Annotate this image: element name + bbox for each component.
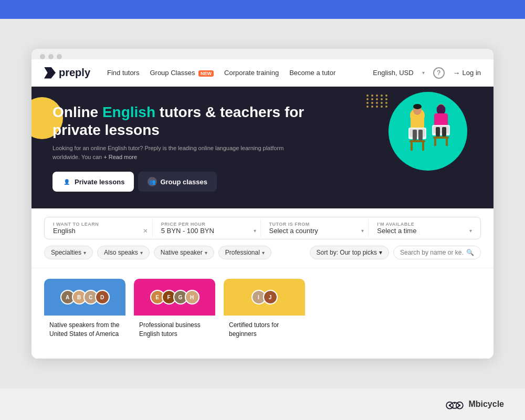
dots-decoration bbox=[366, 94, 388, 108]
nav-group-classes[interactable]: Group Classes NEW bbox=[150, 69, 214, 77]
private-lessons-button[interactable]: 👤 Private lessons bbox=[52, 172, 134, 192]
hero-content: Online English tutors & teachers for pri… bbox=[52, 103, 304, 192]
sort-chevron-icon: ▾ bbox=[379, 249, 382, 256]
card-image-business: E F G H bbox=[134, 279, 215, 316]
price-field: PRICE PER HOUR 5 BYN - 100 BYN ▾ bbox=[157, 219, 261, 237]
nav-find-tutors[interactable]: Find tutors bbox=[107, 69, 139, 77]
also-speaks-filter[interactable]: Also speaks ▾ bbox=[97, 246, 150, 259]
browser-chrome bbox=[32, 49, 494, 59]
native-speaker-filter[interactable]: Native speaker ▾ bbox=[154, 246, 214, 259]
svg-point-23 bbox=[459, 404, 461, 406]
logo-icon bbox=[44, 67, 56, 79]
login-label: Log in bbox=[463, 69, 481, 77]
hero-section: Online English tutors & teachers for pri… bbox=[32, 87, 494, 208]
svg-rect-16 bbox=[442, 127, 446, 136]
browser-dot-green bbox=[57, 54, 62, 59]
search-icon: 🔍 bbox=[466, 249, 474, 256]
tutor-card-business[interactable]: E F G H Professional business English tu… bbox=[134, 279, 215, 344]
lang-chevron: ▾ bbox=[422, 70, 425, 76]
login-button[interactable]: → Log in bbox=[453, 69, 481, 77]
specialties-chevron-icon: ▾ bbox=[83, 250, 86, 256]
svg-rect-17 bbox=[433, 136, 449, 139]
professional-filter[interactable]: Professional ▾ bbox=[218, 246, 271, 259]
price-field-value[interactable]: 5 BYN - 100 BYN ▾ bbox=[161, 227, 256, 235]
card-image-native: A B C D bbox=[44, 279, 125, 316]
avatar-group-business: E F G H bbox=[150, 290, 200, 304]
card-title-business: Professional business English tutors bbox=[139, 321, 210, 339]
hero-illustration bbox=[388, 92, 472, 176]
clear-learn-button[interactable]: ✕ bbox=[143, 227, 148, 235]
svg-rect-15 bbox=[436, 127, 440, 136]
hero-subtitle: Looking for an online English tutor? Pre… bbox=[52, 144, 304, 161]
svg-rect-18 bbox=[434, 139, 436, 146]
nav-right: English, USD ▾ ? → Log in bbox=[373, 67, 481, 79]
top-bar bbox=[0, 0, 525, 19]
nav-corporate[interactable]: Corporate training bbox=[224, 69, 279, 77]
also-speaks-chevron-icon: ▾ bbox=[140, 250, 143, 256]
tutor-from-text: Select a country bbox=[269, 227, 318, 235]
private-lessons-icon: 👤 bbox=[62, 177, 71, 186]
help-button[interactable]: ? bbox=[433, 67, 445, 79]
svg-rect-5 bbox=[410, 129, 425, 137]
browser-window: preply Find tutors Group Classes NEW Cor… bbox=[32, 49, 494, 359]
available-text: Select a time bbox=[377, 227, 416, 235]
nav-links: Find tutors Group Classes NEW Corporate … bbox=[107, 69, 373, 77]
price-field-label: PRICE PER HOUR bbox=[161, 222, 256, 227]
browser-dot-yellow bbox=[48, 54, 54, 59]
filter-row: Specialties ▾ Also speaks ▾ Native speak… bbox=[44, 246, 481, 259]
group-classes-button[interactable]: 👥 Group classes bbox=[138, 172, 217, 192]
professional-label: Professional bbox=[225, 249, 260, 256]
svg-point-24 bbox=[454, 402, 456, 404]
also-speaks-label: Also speaks bbox=[104, 249, 138, 256]
avatar-4: D bbox=[95, 290, 110, 304]
svg-rect-19 bbox=[446, 139, 448, 146]
card-title-native: Native speakers from the United States o… bbox=[49, 321, 120, 339]
tutor-from-label: TUTOR IS FROM bbox=[269, 222, 364, 227]
logo[interactable]: preply bbox=[44, 67, 90, 79]
learn-field: I WANT TO LEARN English ✕ bbox=[49, 219, 153, 237]
hero-subtitle-text: Looking for an online English tutor? Pre… bbox=[52, 145, 284, 160]
bottom-bar: Mbicycle bbox=[0, 388, 525, 420]
card-body-certified: Certified tutors for beginners bbox=[224, 316, 305, 344]
search-name-input[interactable] bbox=[400, 249, 463, 256]
svg-rect-3 bbox=[411, 115, 424, 130]
card-body-business: Professional business English tutors bbox=[134, 316, 215, 344]
logo-text: preply bbox=[59, 67, 90, 79]
avatar-group-certified: I J bbox=[251, 290, 278, 304]
mbicycle-logo: Mbicycle bbox=[445, 398, 504, 411]
language-selector[interactable]: English, USD bbox=[373, 69, 413, 77]
tutor-from-chevron-icon: ▾ bbox=[361, 228, 364, 234]
nav-group-classes-label: Group Classes bbox=[150, 69, 195, 77]
avatar-8: H bbox=[185, 290, 200, 304]
svg-point-22 bbox=[449, 404, 451, 406]
avatar-group-native: A B C D bbox=[60, 290, 110, 304]
specialties-filter[interactable]: Specialties ▾ bbox=[44, 246, 93, 259]
svg-rect-6 bbox=[413, 130, 417, 140]
hero-title-highlight: English bbox=[102, 104, 155, 120]
native-speaker-label: Native speaker bbox=[161, 249, 203, 256]
private-lessons-label: Private lessons bbox=[75, 178, 124, 186]
nav-become-tutor[interactable]: Become a tutor bbox=[289, 69, 335, 77]
search-name-container: 🔍 bbox=[393, 246, 481, 259]
mbicycle-icon bbox=[445, 398, 464, 411]
learn-value-text: English bbox=[53, 227, 76, 235]
tutor-from-value[interactable]: Select a country ▾ bbox=[269, 227, 364, 235]
read-more-link[interactable]: + Read more bbox=[103, 154, 137, 160]
tutor-card-native[interactable]: A B C D Native speakers from the United … bbox=[44, 279, 125, 344]
available-field: I'M AVAILABLE Select a time ▾ bbox=[373, 219, 476, 237]
svg-rect-8 bbox=[410, 140, 425, 142]
avatar-10: J bbox=[263, 290, 278, 304]
tutor-cards-section: A B C D Native speakers from the United … bbox=[32, 268, 494, 359]
available-label: I'M AVAILABLE bbox=[377, 222, 472, 227]
search-section: I WANT TO LEARN English ✕ PRICE PER HOUR… bbox=[32, 208, 494, 268]
help-icon: ? bbox=[437, 69, 440, 77]
available-value[interactable]: Select a time ▾ bbox=[377, 227, 472, 235]
search-fields-row: I WANT TO LEARN English ✕ PRICE PER HOUR… bbox=[44, 217, 481, 239]
learn-field-value[interactable]: English ✕ bbox=[53, 227, 148, 235]
tutor-card-certified[interactable]: I J Certified tutors for beginners bbox=[224, 279, 305, 344]
browser-dot-red bbox=[40, 54, 45, 59]
sort-dropdown[interactable]: Sort by: Our top picks ▾ bbox=[310, 246, 389, 259]
mbicycle-brand-label: Mbicycle bbox=[468, 400, 504, 409]
outer-wrapper: preply Find tutors Group Classes NEW Cor… bbox=[0, 19, 525, 388]
available-chevron-icon: ▾ bbox=[469, 228, 472, 234]
